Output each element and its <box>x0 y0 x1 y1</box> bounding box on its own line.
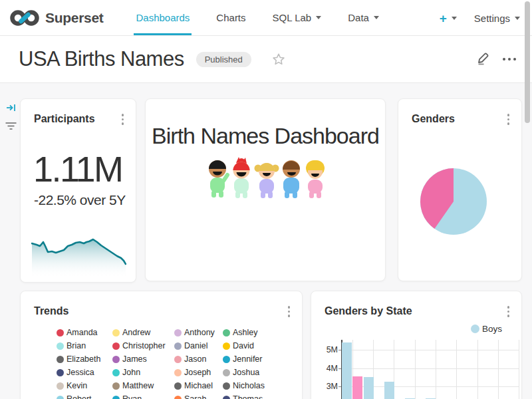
legend-label: John <box>122 368 140 377</box>
legend-item-john[interactable]: John <box>112 366 174 379</box>
card-menu-button[interactable] <box>285 305 293 319</box>
superset-dashboard-page: { "navbar": { "brand": "Superset", "item… <box>0 0 532 399</box>
card-title: Trends <box>34 305 68 317</box>
axis-tick <box>338 350 341 350</box>
legend-swatch <box>174 396 182 399</box>
legend-item-jennifer[interactable]: Jennifer <box>223 352 289 366</box>
dashboard-title: USA Births Names <box>19 47 184 71</box>
bar-boys[interactable] <box>364 377 374 399</box>
legend-item-christopher[interactable]: Christopher <box>112 339 174 352</box>
card-markdown: Birth Names Dashboard <box>145 98 386 281</box>
nav-dashboards[interactable]: Dashboards <box>127 0 198 35</box>
legend-swatch <box>57 396 64 399</box>
legend-item-andrew[interactable]: Andrew <box>112 326 174 339</box>
superset-logo[interactable]: Superset <box>9 8 103 28</box>
card-menu-button[interactable] <box>505 305 513 319</box>
bar-boys[interactable] <box>384 382 394 399</box>
bar-boys[interactable] <box>342 342 352 399</box>
card-genders-by-state: Genders by State Boys 5M 4M 3M <box>311 291 522 399</box>
legend-item-sarah[interactable]: Sarah <box>174 392 223 399</box>
legend-item-robert[interactable]: Robert <box>57 392 112 399</box>
markdown-heading: Birth Names Dashboard <box>146 123 385 149</box>
caret-down-icon <box>374 16 379 19</box>
legend-label: Andrew <box>122 328 150 337</box>
new-button[interactable]: + <box>440 12 457 25</box>
gridline <box>415 340 416 399</box>
y-axis-tick: 5M <box>311 345 338 354</box>
children-illustration <box>205 156 325 199</box>
plus-icon: + <box>440 12 447 25</box>
kebab-icon <box>288 306 291 309</box>
legend-label: David <box>233 341 254 350</box>
nav-data[interactable]: Data <box>339 0 388 35</box>
gridline <box>498 340 499 399</box>
favorite-button[interactable] <box>271 52 286 66</box>
gridline <box>342 350 519 350</box>
legend-item-amanda[interactable]: Amanda <box>57 326 112 339</box>
kebab-icon <box>507 114 510 116</box>
filters-button[interactable] <box>5 121 17 134</box>
edit-dashboard-button[interactable] <box>475 50 491 68</box>
legend-item-kevin[interactable]: Kevin <box>57 379 112 392</box>
legend-swatch <box>223 356 230 363</box>
legend-item-daniel[interactable]: Daniel <box>174 339 223 352</box>
legend-item-michael[interactable]: Michael <box>174 379 223 392</box>
bar-girls[interactable] <box>352 376 362 399</box>
dashboard-header: USA Births Names Published <box>0 36 532 83</box>
gridline <box>436 340 436 399</box>
main-nav: Dashboards Charts SQL Lab Data <box>127 0 387 35</box>
legend-swatch <box>223 396 230 399</box>
legend-item-joshua[interactable]: Joshua <box>223 366 289 379</box>
legend-item-elizabeth[interactable]: Elizabeth <box>57 352 112 366</box>
card-title: Participants <box>34 113 95 125</box>
legend-swatch <box>112 396 120 399</box>
legend-label: James <box>122 354 147 364</box>
kebab-icon <box>507 306 510 309</box>
legend-item-boys[interactable]: Boys <box>471 324 502 334</box>
legend-item-jessica[interactable]: Jessica <box>57 366 112 379</box>
legend-item-brian[interactable]: Brian <box>57 339 112 352</box>
legend-item-ryan[interactable]: Ryan <box>112 392 174 399</box>
legend-swatch <box>223 382 230 390</box>
legend-item-jason[interactable]: Jason <box>174 352 223 366</box>
legend-item-james[interactable]: James <box>112 352 174 366</box>
legend-label: Daniel <box>184 341 207 350</box>
legend-swatch <box>223 342 230 350</box>
legend-label: Jessica <box>66 368 94 377</box>
legend-item-anthony[interactable]: Anthony <box>174 326 223 339</box>
kebab-icon <box>122 114 124 116</box>
legend-label: Ashley <box>233 328 258 337</box>
legend-label: Boys <box>482 324 502 334</box>
gridline <box>519 340 519 399</box>
participants-trendline-chart <box>31 223 126 278</box>
legend-item-nicholas[interactable]: Nicholas <box>223 379 289 392</box>
legend-swatch <box>57 329 64 336</box>
settings-menu[interactable]: Settings <box>474 13 520 24</box>
filter-bar-collapsed <box>0 83 20 399</box>
more-options-button[interactable] <box>503 55 516 63</box>
published-badge[interactable]: Published <box>196 52 251 67</box>
genders-by-state-bar-chart <box>341 340 519 399</box>
nav-sql-lab[interactable]: SQL Lab <box>264 0 331 35</box>
legend-item-joseph[interactable]: Joseph <box>174 366 223 379</box>
legend-label: Sarah <box>184 394 206 399</box>
legend-swatch <box>57 382 64 390</box>
scrollbar-thumb[interactable] <box>525 1 530 123</box>
legend-label: Nicholas <box>233 381 265 390</box>
legend-item-thomas[interactable]: Thomas <box>223 392 289 399</box>
expand-filter-bar-button[interactable] <box>6 102 17 116</box>
nav-charts[interactable]: Charts <box>207 0 254 35</box>
legend-label: Jennifer <box>233 354 262 364</box>
gridline <box>477 340 478 399</box>
legend-item-david[interactable]: David <box>223 339 289 352</box>
legend-label: Robert <box>66 394 92 399</box>
legend-item-ashley[interactable]: Ashley <box>223 326 289 339</box>
legend-item-matthew[interactable]: Matthew <box>112 379 174 392</box>
legend-label: Amanda <box>66 328 98 337</box>
legend-label: Christopher <box>122 341 166 350</box>
card-title: Genders by State <box>325 305 412 317</box>
card-trends: Trends AmandaAndrewAnthonyAshleyBrianChr… <box>20 291 303 399</box>
dashboard-grid: Participants 1.11M -22.5% over 5Y Birth … <box>0 83 532 399</box>
card-menu-button[interactable] <box>505 112 513 126</box>
card-menu-button[interactable] <box>119 112 127 126</box>
